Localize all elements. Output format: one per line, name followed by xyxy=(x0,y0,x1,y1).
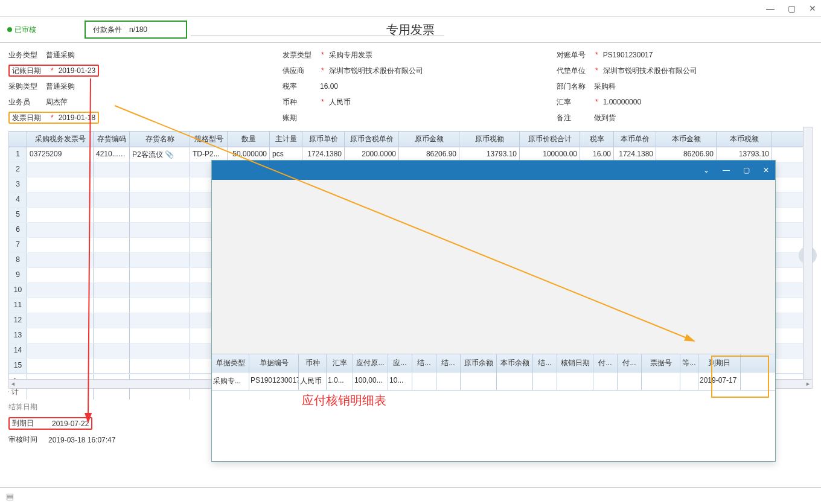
popup-header-cell[interactable]: 汇率 xyxy=(327,354,353,372)
cell[interactable]: 12 xyxy=(9,313,27,328)
cell[interactable]: 3 xyxy=(9,177,27,192)
popup-cell[interactable] xyxy=(461,372,497,390)
popup-cell[interactable] xyxy=(557,372,593,390)
cell[interactable]: 15 xyxy=(9,359,27,373)
grid-header-cell[interactable]: 原币价税合计 xyxy=(520,132,580,147)
popup-cell[interactable] xyxy=(680,372,698,390)
cell[interactable] xyxy=(94,268,130,282)
field-value[interactable]: 深圳市锐明技术股份有限公司 xyxy=(329,66,423,76)
cell[interactable] xyxy=(130,208,190,222)
cell[interactable] xyxy=(94,162,130,177)
cell[interactable] xyxy=(27,208,94,222)
cell[interactable] xyxy=(94,343,130,358)
field-value[interactable]: 深圳市锐明技术股份有限公司 xyxy=(603,66,697,76)
popup-cell[interactable] xyxy=(618,372,642,390)
popup-cell[interactable] xyxy=(533,372,557,390)
cell[interactable] xyxy=(130,177,190,192)
grid-header-cell[interactable]: 数量 xyxy=(228,132,270,147)
popup-minimize-icon[interactable]: — xyxy=(723,166,730,174)
cell[interactable]: 03725209 xyxy=(27,147,94,162)
cell[interactable] xyxy=(130,359,190,373)
popup-header-cell[interactable]: 结... xyxy=(533,354,557,372)
field-value[interactable]: PS1901230017 xyxy=(603,51,653,59)
cell[interactable]: 5 xyxy=(9,208,27,222)
cell[interactable] xyxy=(130,223,190,237)
cell[interactable] xyxy=(27,193,94,207)
cell[interactable] xyxy=(94,223,130,237)
grid-header-cell[interactable]: 本币单价 xyxy=(614,132,656,147)
field-value[interactable]: 周杰萍 xyxy=(46,97,68,107)
popup-cell[interactable] xyxy=(497,372,533,390)
field-value[interactable]: 普通采购 xyxy=(46,50,75,60)
popup-cell[interactable]: 100,00... xyxy=(353,372,388,390)
cell[interactable]: 2 xyxy=(9,162,27,177)
popup-cell[interactable]: 人民币 xyxy=(299,372,327,390)
cell[interactable] xyxy=(27,162,94,177)
cell[interactable]: 4 xyxy=(9,193,27,207)
cell[interactable] xyxy=(27,223,94,237)
grid-header-cell[interactable] xyxy=(9,132,27,147)
cell[interactable] xyxy=(94,193,130,207)
field-value[interactable]: 2019-01-18 xyxy=(59,113,95,122)
popup-header-cell[interactable]: 原币余额 xyxy=(461,354,497,372)
grid-header-cell[interactable]: 本币税额 xyxy=(717,132,772,147)
popup-header-cell[interactable]: 应... xyxy=(388,354,412,372)
popup-cell[interactable] xyxy=(593,372,618,390)
cell[interactable] xyxy=(94,313,130,328)
cell[interactable] xyxy=(130,268,190,282)
cell[interactable]: 10 xyxy=(9,283,27,298)
field-value[interactable]: 普通采购 xyxy=(46,81,75,92)
popup-header-cell[interactable]: 结... xyxy=(436,354,461,372)
layout-icon[interactable]: ▤ xyxy=(6,491,14,501)
cell[interactable] xyxy=(27,283,94,298)
cell[interactable] xyxy=(27,298,94,313)
cell[interactable] xyxy=(94,208,130,222)
cell[interactable] xyxy=(27,359,94,373)
grid-header-cell[interactable]: 原币单价 xyxy=(302,132,345,147)
grid-header-cell[interactable]: 规格型号 xyxy=(190,132,228,147)
cell[interactable] xyxy=(130,193,190,207)
cell[interactable]: 8 xyxy=(9,253,27,267)
maximize-icon[interactable]: ▢ xyxy=(788,4,796,13)
cell[interactable] xyxy=(130,238,190,252)
grid-header-cell[interactable]: 税率 xyxy=(580,132,614,147)
grid-header-cell[interactable]: 本币金额 xyxy=(656,132,717,147)
field-value[interactable]: 16.00 xyxy=(320,82,338,91)
cell[interactable] xyxy=(130,253,190,267)
popup-header-cell[interactable]: 付... xyxy=(593,354,618,372)
cell[interactable]: 11 xyxy=(9,298,27,313)
cell[interactable]: 13 xyxy=(9,328,27,343)
cell[interactable] xyxy=(130,328,190,343)
popup-maximize-icon[interactable]: ▢ xyxy=(743,166,750,174)
field-value[interactable]: 人民币 xyxy=(329,97,351,107)
popup-dropdown-icon[interactable]: ⌄ xyxy=(703,166,709,174)
popup-header-cell[interactable]: 单据类型 xyxy=(212,354,249,372)
cell[interactable] xyxy=(130,298,190,313)
cell[interactable] xyxy=(27,177,94,192)
grid-header-cell[interactable]: 原币金额 xyxy=(399,132,459,147)
grid-header-cell[interactable]: 原币税额 xyxy=(459,132,520,147)
field-value[interactable]: 采购专用发票 xyxy=(329,50,372,60)
scrollbar-vertical[interactable] xyxy=(803,127,813,380)
popup-cell[interactable] xyxy=(642,372,680,390)
minimize-icon[interactable]: — xyxy=(766,4,775,13)
cell[interactable] xyxy=(27,238,94,252)
cell[interactable] xyxy=(94,283,130,298)
cell[interactable] xyxy=(130,313,190,328)
grid-header-cell[interactable]: 存货编码 xyxy=(94,132,130,147)
cell[interactable] xyxy=(130,162,190,177)
popup-header-cell[interactable]: 核销日期 xyxy=(557,354,593,372)
field-value[interactable]: 1.00000000 xyxy=(603,98,641,106)
popup-cell[interactable] xyxy=(412,372,436,390)
cell[interactable] xyxy=(130,343,190,358)
cell[interactable] xyxy=(130,283,190,298)
field-value[interactable]: 做到货 xyxy=(594,113,616,123)
popup-close-icon[interactable]: ✕ xyxy=(763,166,769,174)
cell[interactable]: 6 xyxy=(9,223,27,237)
cell[interactable] xyxy=(94,177,130,192)
cell[interactable]: P2客流仪 📎 xyxy=(130,147,190,162)
popup-cell[interactable]: PS1901230017 xyxy=(249,372,299,390)
cell[interactable] xyxy=(94,359,130,373)
grid-header-cell[interactable]: 采购税务发票号 xyxy=(27,132,94,147)
grid-header-cell[interactable]: 存货名称 xyxy=(130,132,190,147)
